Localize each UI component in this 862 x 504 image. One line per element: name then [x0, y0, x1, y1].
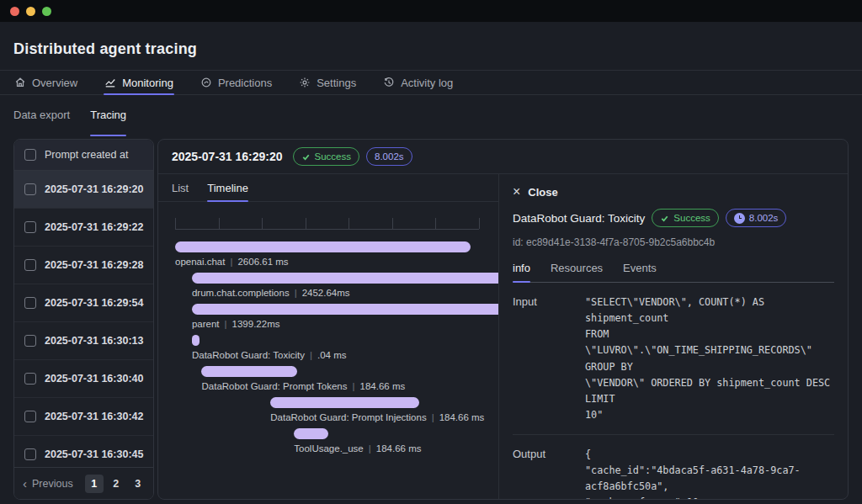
tab-data-export[interactable]: Data export	[13, 109, 70, 130]
tab-overview[interactable]: Overview	[13, 71, 78, 94]
traffic-light-close-button[interactable]	[10, 7, 19, 16]
trace-span[interactable]: ToolUsage._use|184.66 ms	[175, 428, 498, 454]
app-window: Distributed agent tracing Overview Monit…	[0, 0, 862, 504]
predictions-icon	[200, 77, 212, 88]
tab-list[interactable]: List	[172, 182, 189, 194]
tab-label: Settings	[317, 77, 356, 89]
tab-events[interactable]: Events	[623, 262, 657, 282]
previous-page-button[interactable]: ‹ Previous	[23, 477, 73, 490]
row-checkbox[interactable]	[24, 335, 36, 347]
close-button[interactable]: × Close	[513, 185, 834, 199]
span-bar[interactable]	[192, 335, 200, 346]
window-titlebar	[0, 0, 862, 22]
trace-body: List Timeline openai.chat|2606.61 ms dru…	[158, 174, 848, 499]
span-label: DataRobot Guard: Toxicity|.04 ms	[192, 350, 498, 360]
tab-resources[interactable]: Resources	[551, 262, 603, 282]
home-icon	[14, 77, 26, 88]
row-checkbox[interactable]	[24, 183, 36, 195]
row-checkbox[interactable]	[24, 259, 36, 271]
trace-span[interactable]: parent|1399.22ms	[175, 304, 498, 329]
duration-badge: 8.002s	[366, 147, 412, 166]
trace-timestamp: 2025-07-31 16:29:20	[172, 150, 283, 163]
span-bar[interactable]	[201, 366, 296, 377]
trace-panel: 2025-07-31 16:29:20 Success 8.002s List …	[157, 139, 849, 500]
tab-activity-log[interactable]: Activity log	[382, 71, 454, 94]
tab-label: Predictions	[218, 77, 272, 89]
span-bar[interactable]	[270, 397, 419, 408]
prompt-list-header-label: Prompt created at	[45, 149, 128, 161]
list-item[interactable]: 2025-07-31 16:30:13	[14, 322, 153, 360]
page-header: Distributed agent tracing	[0, 22, 862, 70]
input-row: Input "SELECT\"VENDOR\", COUNT(*) AS shi…	[513, 283, 834, 435]
span-bar[interactable]	[175, 241, 471, 252]
traffic-light-minimize-button[interactable]	[26, 7, 35, 16]
ruler-tick	[262, 218, 263, 229]
list-item[interactable]: 2025-07-31 16:29:28	[14, 247, 153, 284]
trace-span[interactable]: DataRobot Guard: Prompt Injections|184.6…	[175, 397, 498, 422]
page-button[interactable]: 2	[107, 475, 125, 493]
tab-timeline[interactable]: Timeline	[207, 182, 248, 194]
row-checkbox[interactable]	[24, 448, 36, 460]
span-bar[interactable]	[294, 428, 327, 439]
row-checkbox[interactable]	[24, 297, 36, 309]
timeline-chart: openai.chat|2606.61 ms drum.chat.complet…	[158, 202, 498, 499]
prompt-list: 2025-07-31 16:29:20 2025-07-31 16:29:22 …	[14, 171, 153, 474]
page-button[interactable]: 3	[129, 475, 147, 493]
tab-info[interactable]: info	[513, 262, 530, 282]
trace-span[interactable]: DataRobot Guard: Toxicity|.04 ms	[175, 335, 498, 360]
list-item[interactable]: 2025-07-31 16:29:22	[14, 209, 153, 247]
chart-line-icon	[104, 77, 116, 88]
span-bar[interactable]	[192, 273, 498, 284]
sub-nav: Data export Tracing	[0, 109, 862, 130]
detail-title-row: DataRobot Guard: Toxicity Success 8.002s	[513, 209, 834, 227]
detail-title: DataRobot Guard: Toxicity	[513, 212, 645, 225]
span-id: id: ec89d41e-3138-4f7a-8705-9b2c5a6bbc4b	[513, 236, 834, 248]
timeline-spans: openai.chat|2606.61 ms drum.chat.complet…	[175, 241, 498, 454]
list-item[interactable]: 2025-07-31 16:29:20	[14, 171, 153, 209]
tab-tracing[interactable]: Tracing	[90, 109, 126, 130]
chevron-left-icon: ‹	[23, 477, 27, 490]
trace-span[interactable]: drum.chat.completions|2452.64ms	[175, 273, 498, 298]
page-title: Distributed agent tracing	[13, 40, 849, 58]
prompt-list-panel: Prompt created at 2025-07-31 16:29:20 20…	[13, 139, 154, 500]
span-label: DataRobot Guard: Prompt Injections|184.6…	[270, 412, 498, 422]
page-button[interactable]: 1	[85, 475, 104, 493]
ruler-tick	[392, 218, 393, 229]
clock-icon	[734, 213, 745, 224]
detail-tabs: info Resources Events	[513, 262, 834, 283]
detail-status-badge: Success	[652, 209, 718, 227]
span-bar[interactable]	[192, 304, 498, 315]
list-item[interactable]: 2025-07-31 16:29:54	[14, 284, 153, 322]
span-label: openai.chat|2606.61 ms	[175, 257, 498, 267]
tab-settings[interactable]: Settings	[298, 71, 357, 94]
output-value: { "cache_id":"4bdaca5f-a631-4a78-9ca7- a…	[585, 447, 834, 499]
view-tabs: List Timeline	[158, 174, 498, 202]
list-item[interactable]: 2025-07-31 16:30:42	[14, 398, 153, 436]
tab-label: Overview	[32, 77, 77, 89]
list-item[interactable]: 2025-07-31 16:30:40	[14, 360, 153, 398]
tab-predictions[interactable]: Predictions	[200, 71, 273, 94]
traffic-light-zoom-button[interactable]	[42, 7, 51, 16]
top-nav: Overview Monitoring Predictions Settings…	[0, 70, 862, 95]
tab-monitoring[interactable]: Monitoring	[104, 71, 174, 94]
span-detail-pane: × Close DataRobot Guard: Toxicity Succes…	[499, 174, 848, 499]
trace-header: 2025-07-31 16:29:20 Success 8.002s	[158, 140, 848, 174]
select-all-checkbox[interactable]	[24, 149, 36, 161]
span-label: drum.chat.completions|2452.64ms	[192, 288, 498, 298]
row-checkbox[interactable]	[24, 411, 36, 422]
status-badge: Success	[293, 147, 359, 166]
ruler-tick	[435, 218, 436, 229]
trace-span[interactable]: openai.chat|2606.61 ms	[175, 241, 498, 267]
row-checkbox[interactable]	[24, 373, 36, 385]
detail-duration-badge: 8.002s	[726, 209, 787, 227]
ruler-tick	[175, 218, 176, 229]
page-numbers: 123	[85, 475, 147, 493]
output-label: Output	[513, 447, 585, 499]
row-checkbox[interactable]	[24, 221, 36, 233]
trace-span[interactable]: DataRobot Guard: Prompt Tokens|184.66 ms	[175, 366, 498, 391]
ruler-tick	[306, 218, 306, 229]
span-label: DataRobot Guard: Prompt Tokens|184.66 ms	[201, 381, 498, 391]
pagination: ‹ Previous 123	[14, 467, 153, 499]
timeline-pane: List Timeline openai.chat|2606.61 ms dru…	[158, 174, 499, 499]
span-label: parent|1399.22ms	[192, 319, 498, 329]
